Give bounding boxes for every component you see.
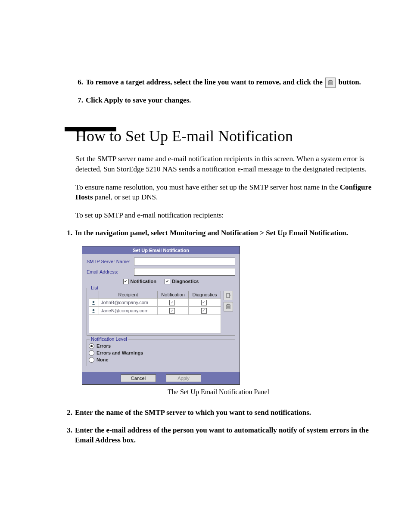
radio-errors[interactable]: Errors (89, 343, 233, 349)
person-icon (91, 300, 96, 305)
step-1: 1. In the navigation panel, select Monit… (65, 228, 372, 238)
panel-title: Set Up Email Notification (82, 246, 240, 254)
email-address-label: Email Address: (87, 269, 134, 274)
recipient-table: Recipient Notification Diagnostics JohnB… (89, 291, 221, 333)
cancel-button[interactable]: Cancel (121, 374, 156, 382)
col-recipient: Recipient (99, 291, 158, 298)
apply-button[interactable]: Apply (166, 374, 201, 382)
step-7: 7. Click Apply to save your changes. (75, 96, 372, 106)
step-text: In the navigation panel, select Monitori… (75, 228, 348, 238)
recipient-cell: JaneN@company.com (99, 306, 158, 314)
table-row[interactable]: JaneN@company.com ✓ ✓ (89, 306, 221, 314)
step-3: 3. Enter the e-mail address of the perso… (65, 426, 372, 445)
step-number: 1. (65, 228, 72, 238)
step-number: 7. (75, 96, 83, 106)
section-heading: How to Set Up E-mail Notification (75, 127, 372, 145)
smtp-server-label: SMTP Server Name: (87, 259, 134, 264)
step-text: To remove a target address, select the l… (86, 78, 361, 88)
table-row[interactable]: JohnB@company.com ✓ ✓ (89, 298, 221, 306)
section-divider-bar (65, 127, 116, 131)
recipient-cell: JohnB@company.com (99, 298, 158, 306)
svg-rect-2 (227, 293, 230, 298)
step-number: 2. (65, 408, 72, 418)
diagnostics-checkbox[interactable]: ✓Diagnostics (165, 279, 199, 284)
delete-recipient-button[interactable] (224, 302, 233, 311)
person-icon (91, 308, 96, 314)
radio-none[interactable]: None (89, 357, 233, 363)
notification-level-fieldset: Notification Level Errors Errors and War… (87, 339, 235, 366)
step-number: 6. (75, 78, 83, 88)
intro-paragraph-1: Set the SMTP server name and e-mail noti… (75, 154, 372, 174)
row-notification-checkbox[interactable]: ✓ (169, 300, 175, 305)
step-text: Enter the name of the SMTP server to whi… (75, 408, 311, 418)
intro-paragraph-3: To set up SMTP and e-mail notification r… (75, 210, 372, 221)
trash-icon (325, 78, 336, 88)
email-notification-panel: Set Up Email Notification SMTP Server Na… (82, 246, 240, 385)
row-diagnostics-checkbox[interactable]: ✓ (201, 308, 207, 314)
add-recipient-button[interactable] (224, 291, 233, 300)
radio-errors-warnings[interactable]: Errors and Warnings (89, 350, 233, 356)
svg-point-0 (93, 301, 95, 303)
smtp-server-input[interactable] (134, 258, 235, 265)
list-legend: List (90, 285, 100, 290)
step-6: 6. To remove a target address, select th… (75, 78, 372, 88)
col-notification: Notification (158, 291, 189, 298)
notification-checkbox[interactable]: ✓Notification (123, 279, 157, 284)
figure-caption: The Set Up Email Notification Panel (65, 388, 372, 396)
email-address-input[interactable] (134, 268, 235, 276)
row-diagnostics-checkbox[interactable]: ✓ (201, 300, 207, 305)
list-fieldset: List Recipient Notification Diagnostics … (87, 288, 235, 336)
level-legend: Notification Level (90, 336, 128, 342)
col-diagnostics: Diagnostics (189, 291, 221, 298)
row-notification-checkbox[interactable]: ✓ (169, 308, 175, 314)
step-text: Enter the e-mail address of the person y… (75, 426, 372, 445)
step-number: 3. (65, 426, 72, 445)
intro-paragraph-2: To ensure name resolution, you must have… (75, 182, 372, 203)
step-text: Click Apply to save your changes. (86, 96, 191, 106)
svg-point-1 (93, 309, 95, 311)
step-2: 2. Enter the name of the SMTP server to … (65, 408, 372, 418)
